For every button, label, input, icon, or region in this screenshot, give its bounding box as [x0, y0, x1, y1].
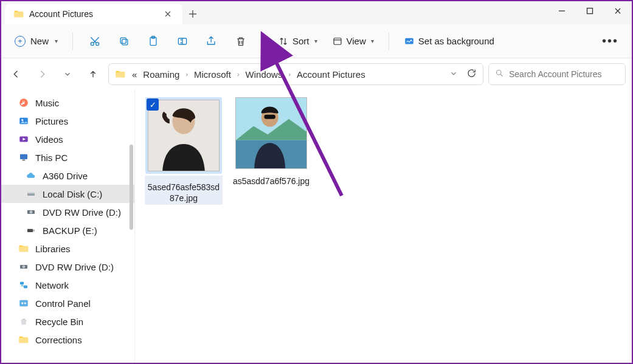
svg-point-2: [96, 42, 99, 45]
dvd-icon: [26, 207, 36, 218]
address-bar[interactable]: « Roaming › Microsoft › Windows › Accoun…: [108, 63, 483, 85]
forward-button[interactable]: [32, 64, 52, 84]
sort-label: Sort: [292, 36, 310, 46]
up-button[interactable]: [83, 64, 103, 84]
folder-icon: [18, 334, 29, 345]
back-button[interactable]: [6, 64, 27, 84]
svg-rect-16: [22, 160, 26, 161]
network-icon: [18, 280, 29, 290]
file-item[interactable]: as5asdd7a6f576.jpg: [232, 97, 310, 205]
close-window-button[interactable]: [604, 1, 632, 21]
sidebar-item-this-pc[interactable]: This PC: [1, 148, 134, 167]
file-item[interactable]: ✓5ased76asfe583sd87e.jpg: [145, 97, 223, 205]
folder-icon: [13, 9, 24, 19]
file-name: as5asdd7a6f576.jpg: [232, 176, 310, 187]
sidebar-item-a360-drive[interactable]: A360 Drive: [1, 167, 134, 185]
window-controls: [548, 1, 632, 21]
toolbar: + New ▾ Sort ▾ View ▾ Set as background …: [1, 24, 632, 58]
svg-rect-24: [33, 230, 35, 232]
view-label: View: [347, 36, 366, 46]
cut-button[interactable]: [81, 29, 108, 53]
chevron-down-icon: ▾: [55, 38, 58, 44]
sidebar-item-recycle-bin[interactable]: Recycle Bin: [1, 312, 134, 331]
svg-rect-28: [20, 282, 24, 285]
recycle-icon: [18, 316, 29, 327]
breadcrumb-item-windows[interactable]: Windows: [246, 69, 283, 80]
svg-rect-4: [120, 38, 126, 43]
maximize-button[interactable]: [576, 1, 604, 21]
breadcrumb-prefix: «: [132, 69, 137, 80]
breadcrumb-item-roaming[interactable]: Roaming: [143, 69, 179, 80]
svg-point-22: [30, 211, 32, 213]
svg-point-31: [21, 303, 23, 304]
sidebar-item-label: Network: [35, 280, 69, 290]
breadcrumb-item-microsoft[interactable]: Microsoft: [194, 69, 231, 80]
sidebar: MusicPicturesVideosThis PCA360 DriveLoca…: [1, 90, 135, 363]
sidebar-item-music[interactable]: Music: [1, 94, 134, 112]
sidebar-item-label: Libraries: [35, 244, 71, 254]
new-button[interactable]: + New ▾: [9, 32, 64, 50]
sidebar-item-pictures[interactable]: Pictures: [1, 112, 134, 130]
delete-button[interactable]: [227, 29, 254, 53]
tab-title: Account Pictures: [29, 9, 93, 19]
sidebar-item-label: Music: [35, 98, 59, 108]
scrollbar-thumb[interactable]: [130, 145, 133, 230]
search-icon: [495, 69, 504, 80]
videos-icon: [18, 134, 29, 145]
sidebar-item-backup-e-[interactable]: BACKUP (E:): [1, 221, 134, 239]
sidebar-item-corrections[interactable]: Corrections: [1, 331, 134, 349]
separator: [389, 33, 389, 50]
sidebar-item-label: Videos: [35, 134, 63, 145]
sort-button[interactable]: Sort ▾: [272, 32, 323, 50]
set-background-button[interactable]: Set as background: [398, 32, 500, 50]
control-icon: [18, 298, 29, 309]
copy-button[interactable]: [111, 29, 137, 53]
svg-rect-18: [27, 192, 35, 193]
chevron-right-icon: ›: [288, 70, 291, 78]
more-options-button[interactable]: •••: [596, 34, 624, 48]
sidebar-item-label: BACKUP (E:): [43, 225, 97, 236]
tab-close-button[interactable]: [159, 5, 176, 22]
rename-button[interactable]: [169, 29, 196, 53]
refresh-button[interactable]: [466, 68, 477, 80]
music-icon: [18, 97, 29, 108]
sidebar-item-dvd-rw-drive-d-[interactable]: DVD RW Drive (D:): [1, 258, 134, 276]
active-tab[interactable]: Account Pictures: [5, 4, 182, 24]
paste-button[interactable]: [140, 29, 167, 53]
svg-point-19: [33, 194, 35, 195]
chevron-right-icon: ›: [185, 70, 188, 78]
svg-point-27: [23, 266, 24, 267]
breadcrumb-item-account-pictures[interactable]: Account Pictures: [297, 69, 365, 80]
search-input[interactable]: [509, 69, 619, 79]
minimize-button[interactable]: [548, 1, 576, 21]
folder-icon: [115, 69, 126, 80]
sidebar-item-libraries[interactable]: Libraries: [1, 239, 134, 258]
separator: [263, 33, 263, 50]
pictures-icon: [18, 115, 29, 126]
content-pane: ✓5ased76asfe583sd87e.jpgas5asdd7a6f576.j…: [135, 90, 632, 363]
sidebar-item-label: Pictures: [35, 116, 68, 126]
share-button[interactable]: [198, 29, 225, 53]
sidebar-item-videos[interactable]: Videos: [1, 130, 134, 148]
dvd-icon: [18, 261, 29, 272]
view-button[interactable]: View ▾: [326, 32, 380, 50]
recent-locations-button[interactable]: [57, 64, 78, 84]
new-tab-button[interactable]: [182, 4, 203, 24]
svg-point-1: [91, 42, 94, 45]
title-bar: Account Pictures: [1, 1, 632, 24]
plus-circle-icon: +: [15, 36, 26, 47]
selected-check-icon: ✓: [147, 98, 159, 111]
sidebar-item-local-disk-c-[interactable]: Local Disk (C:): [1, 185, 134, 203]
separator: [72, 33, 73, 50]
svg-rect-30: [19, 300, 28, 307]
sidebar-item-network[interactable]: Network: [1, 276, 134, 294]
file-name: 5ased76asfe583sd87e.jpg: [147, 182, 220, 204]
sidebar-item-dvd-rw-drive-d-[interactable]: DVD RW Drive (D:): [1, 203, 134, 221]
sidebar-item-control-panel[interactable]: Control Panel: [1, 294, 134, 312]
new-label: New: [30, 36, 49, 46]
address-dropdown-button[interactable]: [449, 69, 458, 80]
sidebar-item-label: Recycle Bin: [35, 317, 83, 327]
sidebar-item-label: Control Panel: [35, 298, 91, 309]
search-box[interactable]: [488, 63, 626, 85]
sidebar-item-label: DVD RW Drive (D:): [43, 207, 121, 218]
